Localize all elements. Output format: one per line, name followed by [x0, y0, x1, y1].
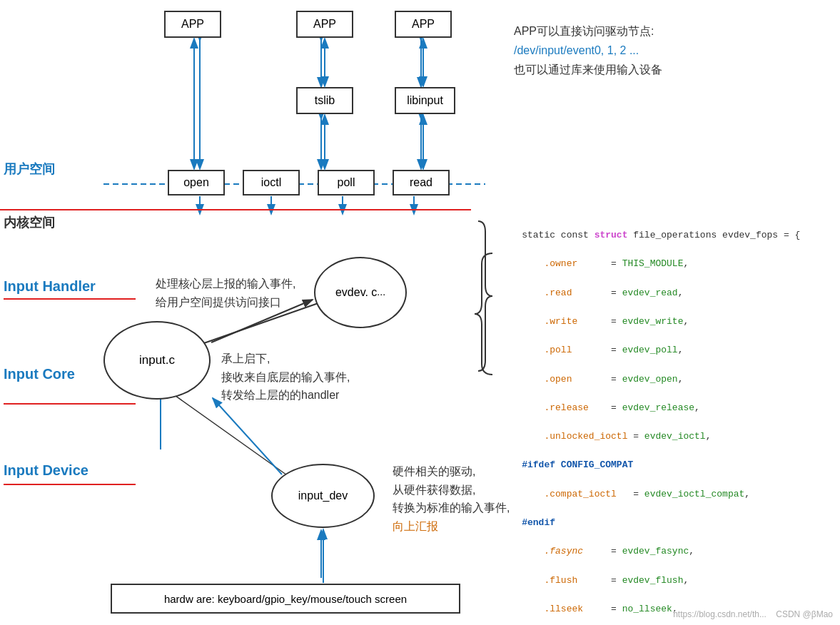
- open-box: open: [168, 170, 225, 195]
- input-c-ellipse: input.c: [103, 321, 211, 400]
- user-kernel-red-line: [0, 209, 471, 210]
- user-space-label: 用户空间: [4, 161, 55, 178]
- tslib-box: tslib: [296, 87, 353, 114]
- input-device-label: Input Device: [4, 462, 88, 479]
- ioctl-box: ioctl: [243, 170, 300, 195]
- core-underline: [4, 403, 136, 405]
- watermark: https://blog.csdn.net/th... CSDN @βMao: [673, 609, 833, 619]
- poll-box: poll: [318, 170, 375, 195]
- libinput-box: libinput: [395, 87, 455, 114]
- app-box-3: APP: [395, 11, 452, 38]
- hardware-box: hardw are: keyboard/gpio_key/mouse/touch…: [111, 584, 460, 614]
- handler-annotation: 处理核心层上报的输入事件, 给用户空间提供访问接口: [156, 275, 295, 311]
- core-annotation: 承上启下, 接收来自底层的输入事件, 转发给上层的的handler: [221, 350, 350, 405]
- handler-underline: [4, 298, 136, 300]
- diagram-container: APP APP APP tslib libinput 用户空间 open ioc…: [0, 0, 840, 625]
- app-annotation: APP可以直接访问驱动节点: /dev/input/event0, 1, 2 .…: [514, 21, 662, 80]
- code-block: static const struct file_operations evde…: [500, 214, 836, 625]
- input-handler-label: Input Handler: [4, 278, 96, 295]
- app-box-1: APP: [164, 11, 221, 38]
- device-underline: [4, 484, 136, 485]
- evdev-ellipse: evdev. c...: [314, 257, 407, 328]
- app-box-2: APP: [296, 11, 353, 38]
- kernel-space-label: 内核空间: [4, 214, 55, 231]
- input-dev-ellipse: input_dev: [271, 464, 375, 528]
- input-core-label: Input Core: [4, 366, 75, 382]
- device-annotation: 硬件相关的驱动, 从硬件获得数据, 转换为标准的输入事件, 向上汇报: [393, 462, 510, 535]
- read-box: read: [393, 170, 450, 195]
- svg-line-20: [213, 398, 282, 474]
